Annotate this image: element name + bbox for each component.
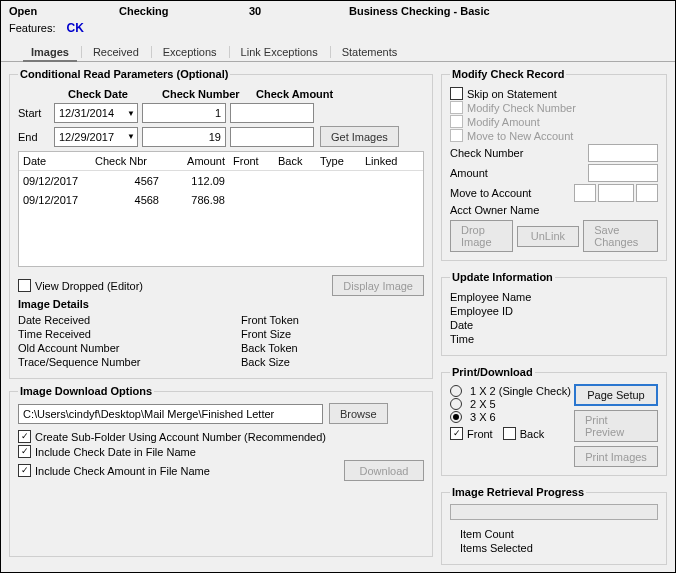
skip-statement-label: Skip on Statement (467, 88, 557, 100)
grid-col-type[interactable]: Type (316, 155, 361, 167)
start-date-input[interactable]: 12/31/2014▼ (54, 103, 138, 123)
image-details-heading: Image Details (18, 298, 424, 310)
end-date-input[interactable]: 12/29/2017▼ (54, 127, 138, 147)
grid-col-checknbr[interactable]: Check Nbr (91, 155, 163, 167)
status-label: Open (9, 5, 119, 17)
modify-check-group: Modify Check Record Skip on Statement Mo… (441, 68, 667, 261)
acct-type: Checking (119, 5, 249, 17)
tab-exceptions[interactable]: Exceptions (151, 43, 229, 61)
end-number-input[interactable]: 19 (142, 127, 226, 147)
front-label: Front (467, 428, 493, 440)
modify-check-number-label: Modify Check Number (467, 102, 576, 114)
table-row (19, 228, 423, 247)
skip-statement-checkbox[interactable] (450, 87, 463, 100)
acct-number: 30 (249, 5, 349, 17)
item-count-label: Item Count (450, 528, 658, 540)
tab-images[interactable]: Images (19, 43, 81, 61)
retrieval-progress-legend: Image Retrieval Progress (450, 486, 586, 498)
chevron-down-icon: ▼ (127, 109, 135, 118)
table-row (19, 247, 423, 266)
progress-bar (450, 504, 658, 520)
tab-link-exceptions[interactable]: Link Exceptions (229, 43, 330, 61)
page-setup-button[interactable]: Page Setup (574, 384, 658, 406)
grid-col-back[interactable]: Back (274, 155, 316, 167)
features-label: Features: (9, 22, 55, 34)
view-dropped-checkbox[interactable] (18, 279, 31, 292)
download-options-group: Image Download Options C:\Users\cindyf\D… (9, 385, 433, 557)
grid-col-front[interactable]: Front (229, 155, 274, 167)
amount-input[interactable] (588, 164, 658, 182)
browse-button[interactable]: Browse (329, 403, 388, 424)
col-check-date: Check Date (68, 88, 154, 100)
check-grid[interactable]: Date Check Nbr Amount Front Back Type Li… (18, 151, 424, 267)
update-info-legend: Update Information (450, 271, 555, 283)
include-amount-label: Include Check Amount in File Name (35, 465, 210, 477)
download-options-legend: Image Download Options (18, 385, 154, 397)
trace-sequence-label: Trace/Sequence Number (18, 356, 201, 368)
tab-bar: Images Received Exceptions Link Exceptio… (1, 43, 675, 62)
save-changes-button[interactable]: Save Changes (583, 220, 658, 252)
grid-col-amount[interactable]: Amount (163, 155, 229, 167)
update-time-label: Time (450, 333, 658, 345)
modify-amount-checkbox (450, 115, 463, 128)
grid-col-linked[interactable]: Linked (361, 155, 411, 167)
radio-1x2[interactable]: 1 X 2 (Single Check) (450, 385, 571, 397)
download-button[interactable]: Download (344, 460, 424, 481)
chevron-down-icon: ▼ (127, 132, 135, 141)
create-subfolder-label: Create Sub-Folder Using Account Number (… (35, 431, 326, 443)
print-download-legend: Print/Download (450, 366, 535, 378)
tab-statements[interactable]: Statements (330, 43, 410, 61)
back-label: Back (520, 428, 544, 440)
update-date-label: Date (450, 319, 658, 331)
tab-received[interactable]: Received (81, 43, 151, 61)
include-date-checkbox[interactable] (18, 445, 31, 458)
col-check-amount: Check Amount (256, 88, 342, 100)
modify-check-legend: Modify Check Record (450, 68, 566, 80)
include-amount-checkbox[interactable] (18, 464, 31, 477)
get-images-button[interactable]: Get Images (320, 126, 399, 147)
unlink-button[interactable]: UnLink (517, 226, 580, 247)
start-amount-input[interactable] (230, 103, 314, 123)
employee-name-label: Employee Name (450, 291, 658, 303)
start-label: Start (18, 107, 50, 119)
modify-check-number-checkbox (450, 101, 463, 114)
print-preview-button[interactable]: Print Preview (574, 410, 658, 442)
table-row (19, 209, 423, 228)
check-number-input[interactable] (588, 144, 658, 162)
col-check-number: Check Number (162, 88, 248, 100)
update-info-group: Update Information Employee Name Employe… (441, 271, 667, 356)
acct-owner-name: Acct Owner Name (450, 204, 658, 216)
move-account-input-1[interactable] (574, 184, 596, 202)
check-number-label: Check Number (450, 147, 523, 159)
front-checkbox[interactable] (450, 427, 463, 440)
move-to-account-label: Move to Account (450, 187, 531, 199)
amount-label: Amount (450, 167, 488, 179)
display-image-button[interactable]: Display Image (332, 275, 424, 296)
move-account-input-2[interactable] (598, 184, 634, 202)
view-dropped-label: View Dropped (Editor) (35, 280, 143, 292)
time-received-label: Time Received (18, 328, 201, 340)
table-row[interactable]: 09/12/2017 4568 786.98 (19, 190, 423, 209)
table-row[interactable]: 09/12/2017 4567 112.09 (19, 171, 423, 190)
front-token-label: Front Token (241, 314, 424, 326)
back-checkbox[interactable] (503, 427, 516, 440)
drop-image-button[interactable]: Drop Image (450, 220, 513, 252)
front-size-label: Front Size (241, 328, 424, 340)
start-number-input[interactable]: 1 (142, 103, 226, 123)
back-token-label: Back Token (241, 342, 424, 354)
radio-2x5[interactable]: 2 X 5 (450, 398, 571, 410)
end-amount-input[interactable] (230, 127, 314, 147)
create-subfolder-checkbox[interactable] (18, 430, 31, 443)
move-new-account-checkbox (450, 129, 463, 142)
radio-3x6[interactable]: 3 X 6 (450, 411, 571, 423)
items-selected-label: Items Selected (450, 542, 658, 554)
grid-col-date[interactable]: Date (19, 155, 91, 167)
end-label: End (18, 131, 50, 143)
conditional-read-legend: Conditional Read Parameters (Optional) (18, 68, 230, 80)
download-path-input[interactable]: C:\Users\cindyf\Desktop\Mail Merge\Finis… (18, 404, 323, 424)
feature-link-ck[interactable]: CK (67, 21, 84, 35)
move-account-input-3[interactable] (636, 184, 658, 202)
employee-id-label: Employee ID (450, 305, 658, 317)
conditional-read-group: Conditional Read Parameters (Optional) C… (9, 68, 433, 379)
print-images-button[interactable]: Print Images (574, 446, 658, 467)
